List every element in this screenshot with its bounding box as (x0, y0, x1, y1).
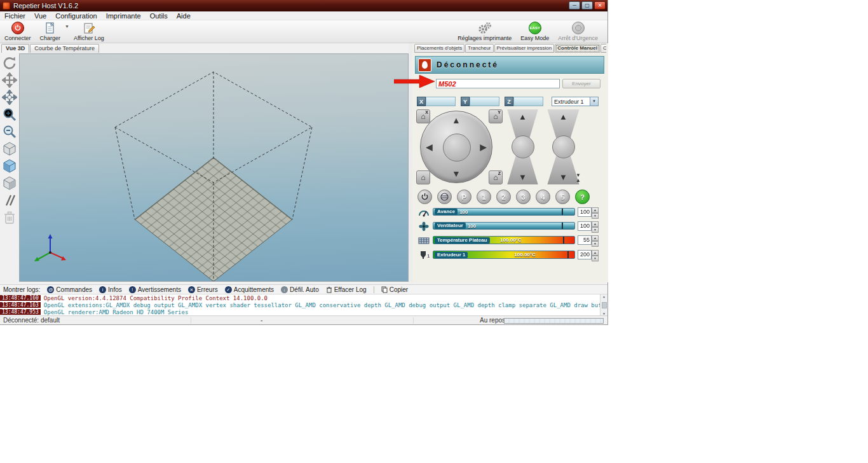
spin-up-icon[interactable]: ▲ (592, 221, 599, 227)
jog-pad-center[interactable] (443, 134, 471, 162)
slider-marker[interactable] (567, 251, 569, 258)
ack-icon: ✓ (225, 286, 232, 293)
z-up-icon[interactable]: ▲ (519, 112, 527, 121)
slider-marker[interactable] (563, 237, 564, 244)
scroll-up-icon[interactable]: ▲ (603, 294, 605, 298)
log-view[interactable]: 13:48:47.160 OpenGL version:4.4.12874 Co… (0, 294, 607, 315)
tab-courbe-temperature[interactable]: Courbe de Température (30, 44, 99, 53)
z-jog-center[interactable] (512, 135, 534, 158)
view-front-icon[interactable] (2, 158, 17, 174)
tab-placements-objets[interactable]: Placements d'objets (414, 44, 465, 53)
tab-controle-manuel[interactable]: Contrôle Manuel (555, 44, 600, 53)
move-object-icon[interactable] (2, 73, 17, 88)
z-down-icon[interactable]: ▼ (519, 172, 527, 182)
send-gcode-button[interactable]: Envoyer (562, 79, 600, 88)
extruder-temp-slider[interactable]: Extrudeur 1 100.00°C (433, 251, 575, 259)
preset-3-button[interactable]: 3 (516, 190, 531, 204)
toggle-avertissements[interactable]: !Avertissements (129, 286, 181, 293)
minimize-button[interactable]: ─ (569, 1, 580, 10)
extruder-jog-center[interactable] (552, 135, 575, 158)
spin-down-icon[interactable]: ▼ (592, 241, 599, 247)
delete-object-icon[interactable] (2, 210, 17, 225)
preset-4-button[interactable]: 4 (536, 190, 550, 204)
toggle-erreurs[interactable]: ✕Erreurs (188, 286, 218, 293)
fan-slider[interactable]: Ventilateur 100 (433, 222, 575, 230)
preset-1-button[interactable]: 1 (477, 190, 491, 204)
parallel-projection-icon[interactable] (2, 193, 17, 208)
load-button[interactable]: Charger (36, 20, 65, 43)
preset-2-button[interactable]: 2 (496, 190, 511, 204)
close-button[interactable]: ✕ (594, 1, 606, 10)
toggle-commandes[interactable]: @Commandes (47, 286, 92, 293)
jog-y-minus-icon[interactable]: ▼ (452, 169, 461, 178)
menu-vue[interactable]: Vue (30, 12, 51, 20)
fan-spinner[interactable]: 100 ▲▼ (578, 221, 599, 231)
slider-marker[interactable] (562, 223, 563, 229)
connect-button[interactable]: Connecter (0, 20, 36, 43)
scroll-thumb[interactable] (602, 302, 607, 308)
view-isometric-icon[interactable] (2, 141, 17, 156)
menu-imprimante[interactable]: Imprimante (102, 12, 146, 20)
view-side-icon[interactable] (2, 176, 17, 191)
rotate-view-icon[interactable] (2, 55, 17, 71)
spin-up-icon[interactable]: ▲ (592, 207, 599, 213)
xy-jog-pad[interactable]: ▲ ▼ ◀ ▶ (420, 111, 492, 183)
home-all-button[interactable]: ⌂ (416, 170, 430, 184)
help-button[interactable]: ? (575, 190, 590, 204)
zoom-in-icon[interactable] (2, 107, 17, 122)
spin-up-icon[interactable]: ▲ (592, 235, 599, 241)
home-z-button[interactable]: ⌂ Z (489, 170, 503, 184)
menu-configuration[interactable]: Configuration (51, 12, 101, 20)
printer-settings-button[interactable]: Réglages imprimante (453, 20, 516, 43)
emergency-stop-button[interactable]: Arrêt d'Urgence (553, 20, 602, 43)
move-viewpoint-icon[interactable] (2, 90, 17, 105)
viewport-3d[interactable] (19, 53, 409, 282)
spin-down-icon[interactable]: ▼ (592, 256, 599, 261)
menu-outils[interactable]: Outils (146, 12, 172, 20)
toggle-defil-auto[interactable]: ↓Défil. Auto (281, 286, 319, 293)
log-scrollbar[interactable]: ▲ ▼ (600, 294, 607, 315)
extruder-select-arrow[interactable]: ▼ (590, 97, 598, 106)
gcode-input[interactable] (436, 79, 560, 88)
easy-mode-button[interactable]: EASY Easy Mode (516, 20, 553, 43)
tab-previsualiser-impression[interactable]: Prévisualiser impression (494, 44, 555, 53)
menu-fichier[interactable]: Fichier (0, 12, 30, 20)
home-y-button[interactable]: ⌂ Y (489, 109, 503, 123)
home-x-button[interactable]: ⌂ X (416, 109, 430, 123)
retract-icon[interactable]: ▲ (559, 112, 567, 121)
spin-down-icon[interactable]: ▼ (592, 227, 599, 233)
feedrate-slider[interactable]: Avance 100 (433, 208, 575, 216)
spin-down-icon[interactable]: ▼ (592, 213, 599, 219)
extruder-select[interactable]: Extrudeur 1 ▼ (552, 97, 599, 106)
extruder-jog-control[interactable]: ▲ ▼ ▼ ▲ (545, 109, 581, 184)
feedrate-spinner[interactable]: 100 ▲▼ (578, 207, 599, 217)
slider-marker[interactable] (562, 209, 563, 215)
heated-bed-button[interactable] (437, 190, 452, 204)
jog-y-plus-icon[interactable]: ▲ (452, 116, 461, 125)
toggle-infos[interactable]: iInfos (99, 286, 122, 293)
copy-log-button[interactable]: Copier (381, 286, 408, 293)
load-dropdown-arrow[interactable]: ▼ (65, 24, 69, 29)
extruder-temp-spinner[interactable]: 200 ▲▼ (578, 250, 599, 259)
bed-temp-spinner[interactable]: 55 ▲▼ (578, 235, 599, 245)
bed-temp-slider[interactable]: Température Plateau 100.00°C (433, 236, 575, 244)
toggle-acquittements[interactable]: ✓Acquittements (225, 286, 274, 293)
title-bar[interactable]: Repetier Host V1.6.2 ─ ▢ ✕ (0, 0, 607, 11)
extruder-step-arrows[interactable]: ▼ ▲ (576, 173, 581, 183)
tab-trancheur[interactable]: Trancheur (465, 44, 493, 53)
clear-log-button[interactable]: Effacer Log (326, 286, 367, 293)
tab-vue-3d[interactable]: Vue 3D (1, 44, 29, 53)
extrude-icon[interactable]: ▼ (559, 172, 567, 182)
menu-aide[interactable]: Aide (172, 12, 195, 20)
tab-carte-sd[interactable]: Carte SD (600, 44, 606, 53)
maximize-button[interactable]: ▢ (581, 1, 593, 10)
z-jog-control[interactable]: ▲ ▼ (505, 109, 540, 184)
park-button[interactable]: P (457, 190, 471, 204)
jog-x-plus-icon[interactable]: ▶ (480, 142, 487, 151)
spin-up-icon[interactable]: ▲ (592, 250, 599, 256)
jog-x-minus-icon[interactable]: ◀ (426, 142, 433, 151)
show-log-button[interactable]: Afficher Log (69, 20, 109, 43)
zoom-out-icon[interactable] (2, 124, 17, 139)
power-button[interactable] (417, 190, 432, 204)
preset-5-button[interactable]: 5 (555, 190, 570, 204)
